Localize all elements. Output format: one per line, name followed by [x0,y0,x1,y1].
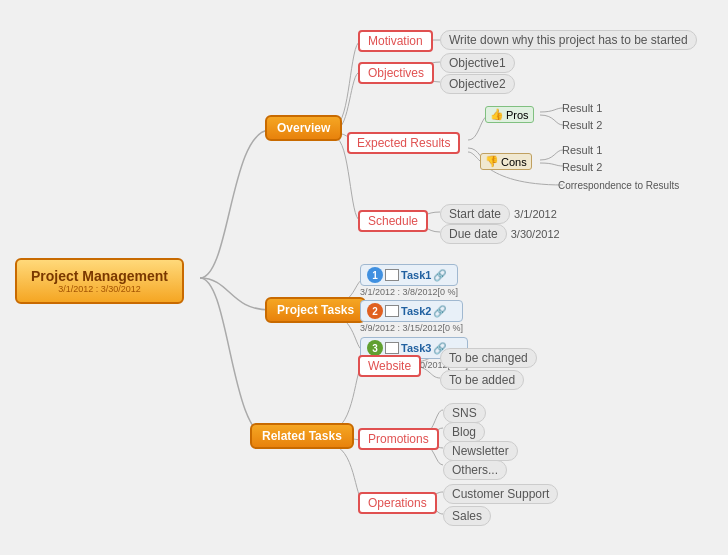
project-tasks-label: Project Tasks [265,297,366,323]
motivation-label: Motivation [358,30,433,52]
task2-container: 2 Task2 🔗 [360,300,463,322]
schedule-label: Schedule [358,210,428,232]
promotions-node: Promotions [358,428,439,450]
cons-result2-node: Result 2 [562,160,602,174]
schedule-node: Schedule [358,210,428,232]
to-be-changed-label: To be changed [440,348,537,368]
pros-label: 👍 Pros [485,106,534,123]
correspondence-node: Correspondence to Results [558,178,679,192]
related-tasks-node: Related Tasks [250,423,354,449]
customer-support-node: Customer Support [443,484,558,504]
root-node: Project Management 3/1/2012 : 3/30/2012 [15,258,184,304]
start-date-node: Start date 3/1/2012 [440,204,557,224]
others-node: Others... [443,460,507,480]
operations-node: Operations [358,492,437,514]
expected-results-label: Expected Results [347,132,460,154]
due-date-label: Due date [440,224,507,244]
motivation-node: Motivation [358,30,433,52]
objective1-label: Objective1 [440,53,515,73]
pros-node: 👍 Pros [485,106,534,123]
sns-node: SNS [443,403,486,423]
start-date-label: Start date [440,204,510,224]
cons-node: 👎 Cons [480,153,532,170]
motivation-desc: Write down why this project has to be st… [440,30,697,50]
objectives-node: Objectives [358,62,434,84]
objective1-node: Objective1 [440,53,515,73]
motivation-desc-node: Write down why this project has to be st… [440,30,697,50]
sns-label: SNS [443,403,486,423]
project-tasks-node: Project Tasks [265,297,366,323]
to-be-added-label: To be added [440,370,524,390]
expected-results-node: Expected Results [347,132,460,154]
objective2-label: Objective2 [440,74,515,94]
newsletter-label: Newsletter [443,441,518,461]
related-tasks-label: Related Tasks [250,423,354,449]
task1-node: 1 Task1 🔗 3/1/2012 : 3/8/2012[0 %] [360,264,458,297]
cons-label: 👎 Cons [480,153,532,170]
sales-node: Sales [443,506,491,526]
pros-result2-node: Result 2 [562,118,602,132]
blog-label: Blog [443,422,485,442]
overview-node: Overview [265,115,342,141]
promotions-label: Promotions [358,428,439,450]
operations-label: Operations [358,492,437,514]
root-label: Project Management 3/1/2012 : 3/30/2012 [15,258,184,304]
objective2-node: Objective2 [440,74,515,94]
customer-support-label: Customer Support [443,484,558,504]
overview-label: Overview [265,115,342,141]
to-be-changed-node: To be changed [440,348,537,368]
pros-result1-node: Result 1 [562,101,602,115]
blog-node: Blog [443,422,485,442]
to-be-added-node: To be added [440,370,524,390]
website-label: Website [358,355,421,377]
due-date-node: Due date 3/30/2012 [440,224,560,244]
sales-label: Sales [443,506,491,526]
cons-result1-node: Result 1 [562,143,602,157]
newsletter-node: Newsletter [443,441,518,461]
website-node: Website [358,355,421,377]
task1-container: 1 Task1 🔗 [360,264,458,286]
others-label: Others... [443,460,507,480]
task2-node: 2 Task2 🔗 3/9/2012 : 3/15/2012[0 %] [360,300,463,333]
objectives-label: Objectives [358,62,434,84]
